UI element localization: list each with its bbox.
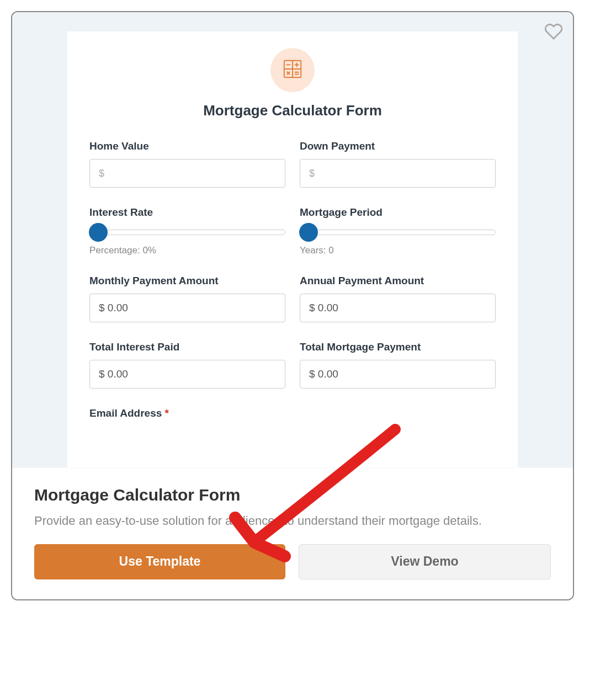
home-value-input[interactable] <box>89 159 285 188</box>
field-home-value: Home Value <box>89 140 285 188</box>
mortgage-period-slider-thumb[interactable] <box>299 223 318 242</box>
field-interest-rate: Interest Rate Percentage: 0% <box>89 206 285 256</box>
use-template-button[interactable]: Use Template <box>34 544 285 579</box>
view-demo-button[interactable]: View Demo <box>299 544 551 579</box>
interest-rate-slider-thumb[interactable] <box>89 223 108 242</box>
monthly-payment-label: Monthly Payment Amount <box>89 275 285 287</box>
required-indicator: * <box>165 407 169 419</box>
annual-payment-value: $ 0.00 <box>300 294 496 322</box>
down-payment-label: Down Payment <box>300 140 496 152</box>
form-preview: Mortgage Calculator Form Home Value Down… <box>67 31 518 467</box>
button-row: Use Template View Demo <box>34 544 551 579</box>
down-payment-input[interactable] <box>300 159 496 188</box>
total-mortgage-label: Total Mortgage Payment <box>300 341 496 353</box>
field-total-interest: Total Interest Paid $ 0.00 <box>89 341 285 389</box>
total-mortgage-value: $ 0.00 <box>300 360 496 389</box>
field-email: Email Address * <box>89 407 285 426</box>
interest-rate-label: Interest Rate <box>89 206 285 219</box>
email-label: Email Address * <box>89 407 285 419</box>
bottom-panel: Mortgage Calculator Form Provide an easy… <box>12 467 573 599</box>
home-value-label: Home Value <box>89 140 285 152</box>
interest-rate-caption: Percentage: 0% <box>89 245 285 256</box>
template-description: Provide an easy-to-use solution for audi… <box>34 512 551 530</box>
total-interest-value: $ 0.00 <box>89 360 285 389</box>
form-title: Mortgage Calculator Form <box>89 102 496 119</box>
form-grid: Home Value Down Payment Interest Rate Pe… <box>89 140 496 426</box>
field-down-payment: Down Payment <box>300 140 496 188</box>
field-total-mortgage: Total Mortgage Payment $ 0.00 <box>300 341 496 389</box>
template-card: Mortgage Calculator Form Home Value Down… <box>11 11 574 600</box>
field-monthly-payment: Monthly Payment Amount $ 0.00 <box>89 275 285 322</box>
annual-payment-label: Annual Payment Amount <box>300 275 496 287</box>
interest-rate-slider[interactable] <box>89 230 285 235</box>
mortgage-period-slider[interactable] <box>300 230 496 235</box>
monthly-payment-value: $ 0.00 <box>89 294 285 322</box>
field-annual-payment: Annual Payment Amount $ 0.00 <box>300 275 496 322</box>
template-title: Mortgage Calculator Form <box>34 486 551 504</box>
field-mortgage-period: Mortgage Period Years: 0 <box>300 206 496 256</box>
preview-area: Mortgage Calculator Form Home Value Down… <box>12 12 573 467</box>
mortgage-period-caption: Years: 0 <box>300 245 496 256</box>
form-icon-circle <box>270 48 315 92</box>
favorite-button[interactable] <box>544 22 563 41</box>
email-label-text: Email Address <box>89 407 162 419</box>
calculator-icon <box>282 58 303 82</box>
total-interest-label: Total Interest Paid <box>89 341 285 353</box>
mortgage-period-label: Mortgage Period <box>300 206 496 219</box>
